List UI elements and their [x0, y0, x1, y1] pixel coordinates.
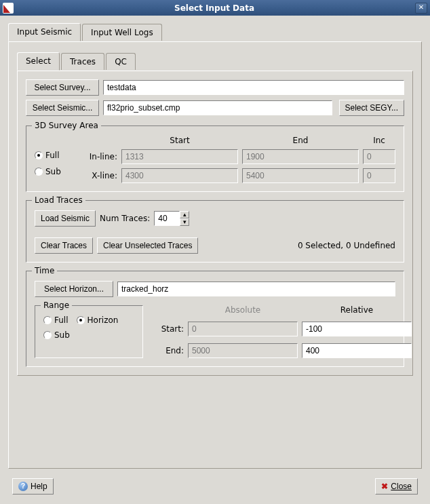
close-button[interactable]: ✖ Close — [375, 478, 418, 495]
app-icon — [3, 3, 14, 14]
start-label: Start: — [155, 324, 184, 334]
inner-tabrow: Select Traces QC — [17, 52, 413, 70]
radio-range-sub-label: Sub — [54, 330, 70, 340]
select-seismic-button[interactable]: Select Seismic... — [26, 100, 99, 116]
row-select-survey: Select Survey... — [26, 79, 404, 96]
time-grid: Absolute Relative Start: End: — [155, 305, 412, 358]
abs-end-input — [188, 343, 298, 358]
inline-label: In-line: — [82, 152, 117, 161]
radio-range-full[interactable]: Full — [43, 315, 69, 325]
area-radio-col: Full Sub — [35, 136, 82, 183]
select-horizon-button[interactable]: Select Horizon... — [35, 281, 113, 297]
legend-time: Time — [32, 266, 57, 275]
header-relative: Relative — [302, 305, 412, 315]
window-body: Input Seismic Input Well Logs Select Tra… — [0, 16, 430, 503]
outer-tabpanel: Select Traces QC Select Survey... Select… — [8, 41, 422, 469]
abs-start-input — [188, 322, 298, 336]
select-segy-button[interactable]: Select SEGY... — [339, 100, 405, 116]
titlebar: Select Input Data ✕ — [0, 0, 430, 16]
xline-end-input — [242, 168, 359, 183]
end-label: End: — [155, 346, 184, 355]
area-grid: Start End Inc In-line: X-line: — [82, 136, 395, 183]
row-select-seismic: Select Seismic... Select SEGY... — [26, 100, 404, 116]
tab-input-seismic[interactable]: Input Seismic — [8, 23, 81, 41]
window-title: Select Input Data — [16, 3, 412, 13]
tab-input-well-logs[interactable]: Input Well Logs — [82, 24, 162, 41]
radio-range-horizon[interactable]: Horizon — [77, 315, 119, 325]
legend-load-traces: Load Traces — [32, 195, 85, 205]
radio-dot-icon — [43, 331, 52, 339]
bottom-bar: ? Help ✖ Close — [8, 478, 422, 495]
num-traces-spinner[interactable]: ▴ ▾ — [154, 211, 189, 226]
xline-label: X-line: — [82, 171, 117, 180]
legend-range: Range — [41, 301, 72, 310]
header-end: End — [242, 136, 359, 145]
spinner-down-icon[interactable]: ▾ — [180, 218, 189, 226]
xline-inc-input — [363, 168, 395, 183]
inner-tabpanel: Select Survey... Select Seismic... Selec… — [17, 71, 413, 376]
radio-area-full[interactable]: Full — [35, 151, 82, 160]
rel-start-input[interactable] — [302, 322, 412, 336]
help-icon: ? — [18, 482, 28, 491]
tab-select[interactable]: Select — [17, 52, 60, 71]
window-close-button[interactable]: ✕ — [415, 3, 427, 14]
radio-range-horizon-label: Horizon — [87, 315, 119, 325]
xline-start-input — [121, 168, 238, 183]
horizon-value-input[interactable] — [117, 282, 395, 296]
traces-status: 0 Selected, 0 Undefined — [202, 241, 395, 250]
radio-dot-icon — [35, 151, 43, 159]
group-load-traces: Load Traces Load Seismic Num Traces: ▴ ▾… — [26, 200, 404, 263]
legend-3d-survey-area: 3D Survey Area — [32, 121, 101, 130]
radio-range-sub[interactable]: Sub — [43, 330, 70, 340]
radio-area-sub-label: Sub — [45, 167, 61, 176]
tab-traces[interactable]: Traces — [61, 53, 104, 70]
radio-area-sub[interactable]: Sub — [35, 167, 82, 176]
group-3d-survey-area: 3D Survey Area Full Sub — [26, 125, 404, 192]
header-absolute: Absolute — [188, 305, 298, 315]
tab-qc[interactable]: QC — [106, 53, 136, 70]
outer-tabrow: Input Seismic Input Well Logs — [8, 22, 422, 41]
select-survey-button[interactable]: Select Survey... — [26, 79, 99, 96]
inline-end-input — [242, 149, 359, 164]
radio-range-full-label: Full — [54, 315, 69, 325]
num-traces-input[interactable] — [154, 211, 180, 226]
radio-area-full-label: Full — [45, 151, 60, 160]
rel-end-input[interactable] — [302, 343, 412, 358]
radio-dot-icon — [35, 168, 43, 176]
group-range: Range Full Horizon — [35, 305, 143, 358]
num-traces-label: Num Traces: — [100, 214, 150, 223]
inline-start-input — [121, 149, 238, 164]
help-label: Help — [31, 482, 47, 491]
survey-value-input[interactable] — [103, 80, 404, 95]
seismic-value-input[interactable] — [103, 100, 332, 115]
radio-dot-icon — [77, 316, 85, 324]
group-time: Time Select Horizon... Range Full — [26, 271, 404, 367]
header-start: Start — [121, 136, 238, 145]
header-inc: Inc — [363, 136, 395, 145]
close-label: Close — [391, 482, 412, 491]
inline-inc-input — [363, 149, 395, 164]
close-x-icon: ✖ — [381, 482, 388, 491]
clear-unselected-traces-button[interactable]: Clear Unselected Traces — [97, 237, 198, 254]
load-seismic-button[interactable]: Load Seismic — [35, 210, 96, 227]
help-button[interactable]: ? Help — [12, 478, 54, 495]
spinner-up-icon[interactable]: ▴ — [180, 211, 189, 218]
clear-traces-button[interactable]: Clear Traces — [35, 237, 93, 254]
radio-dot-icon — [43, 316, 52, 324]
